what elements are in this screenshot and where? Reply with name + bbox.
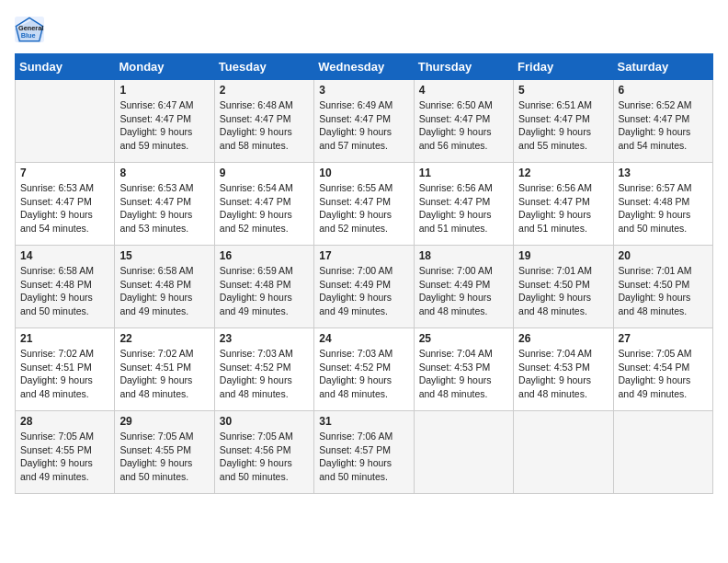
calendar-week-1: 1Sunrise: 6:47 AMSunset: 4:47 PMDaylight… <box>16 80 713 163</box>
calendar-cell: 12Sunrise: 6:56 AMSunset: 4:47 PMDayligh… <box>514 163 613 246</box>
calendar-cell <box>613 411 712 494</box>
page-header: General Blue <box>15 15 713 44</box>
day-number: 20 <box>619 249 708 262</box>
day-number: 26 <box>518 332 608 345</box>
calendar-cell: 5Sunrise: 6:51 AMSunset: 4:47 PMDaylight… <box>514 80 613 163</box>
calendar-cell: 23Sunrise: 7:03 AMSunset: 4:52 PMDayligh… <box>214 328 313 411</box>
day-number: 15 <box>119 249 209 262</box>
cell-info: Sunrise: 6:57 AMSunset: 4:48 PMDaylight:… <box>619 181 708 236</box>
cell-info: Sunrise: 6:49 AMSunset: 4:47 PMDaylight:… <box>319 98 408 153</box>
calendar-cell: 7Sunrise: 6:53 AMSunset: 4:47 PMDaylight… <box>16 163 115 246</box>
cell-info: Sunrise: 6:55 AMSunset: 4:47 PMDaylight:… <box>319 181 408 236</box>
cell-info: Sunrise: 7:05 AMSunset: 4:56 PMDaylight:… <box>220 430 309 484</box>
header-monday: Monday <box>115 54 214 80</box>
svg-text:Blue: Blue <box>21 31 36 40</box>
calendar-cell: 6Sunrise: 6:52 AMSunset: 4:47 PMDaylight… <box>613 80 712 163</box>
cell-info: Sunrise: 6:56 AMSunset: 4:47 PMDaylight:… <box>518 181 608 236</box>
header-wednesday: Wednesday <box>314 54 414 80</box>
cell-info: Sunrise: 6:47 AMSunset: 4:47 PMDaylight:… <box>119 98 209 153</box>
cell-info: Sunrise: 6:52 AMSunset: 4:47 PMDaylight:… <box>619 98 708 153</box>
header-sunday: Sunday <box>16 54 115 80</box>
calendar-cell: 17Sunrise: 7:00 AMSunset: 4:49 PMDayligh… <box>314 246 414 328</box>
calendar-cell: 15Sunrise: 6:58 AMSunset: 4:48 PMDayligh… <box>115 246 214 328</box>
calendar-cell: 9Sunrise: 6:54 AMSunset: 4:47 PMDaylight… <box>214 163 313 246</box>
day-number: 29 <box>119 415 209 428</box>
calendar-cell: 11Sunrise: 6:56 AMSunset: 4:47 PMDayligh… <box>414 163 513 246</box>
cell-info: Sunrise: 7:05 AMSunset: 4:54 PMDaylight:… <box>619 347 708 401</box>
day-number: 31 <box>319 415 408 428</box>
cell-info: Sunrise: 6:58 AMSunset: 4:48 PMDaylight:… <box>119 264 209 318</box>
calendar-cell: 28Sunrise: 7:05 AMSunset: 4:55 PMDayligh… <box>16 411 115 494</box>
calendar-week-3: 14Sunrise: 6:58 AMSunset: 4:48 PMDayligh… <box>16 246 713 328</box>
day-number: 1 <box>119 84 209 97</box>
cell-info: Sunrise: 7:05 AMSunset: 4:55 PMDaylight:… <box>20 430 109 484</box>
calendar-cell: 13Sunrise: 6:57 AMSunset: 4:48 PMDayligh… <box>613 163 712 246</box>
cell-info: Sunrise: 7:04 AMSunset: 4:53 PMDaylight:… <box>419 347 508 401</box>
day-number: 4 <box>419 84 508 97</box>
day-number: 23 <box>220 332 309 345</box>
calendar-cell: 18Sunrise: 7:00 AMSunset: 4:49 PMDayligh… <box>414 246 513 328</box>
cell-info: Sunrise: 7:02 AMSunset: 4:51 PMDaylight:… <box>119 347 209 401</box>
day-number: 2 <box>220 84 309 97</box>
cell-info: Sunrise: 7:03 AMSunset: 4:52 PMDaylight:… <box>319 347 408 401</box>
cell-info: Sunrise: 7:04 AMSunset: 4:53 PMDaylight:… <box>518 347 608 401</box>
day-number: 27 <box>619 332 708 345</box>
day-number: 8 <box>119 167 209 179</box>
cell-info: Sunrise: 6:56 AMSunset: 4:47 PMDaylight:… <box>419 181 508 236</box>
calendar-cell <box>514 411 613 494</box>
cell-info: Sunrise: 7:01 AMSunset: 4:50 PMDaylight:… <box>619 264 708 318</box>
header-tuesday: Tuesday <box>214 54 313 80</box>
calendar-cell: 2Sunrise: 6:48 AMSunset: 4:47 PMDaylight… <box>214 80 313 163</box>
calendar-week-4: 21Sunrise: 7:02 AMSunset: 4:51 PMDayligh… <box>16 328 713 411</box>
cell-info: Sunrise: 6:53 AMSunset: 4:47 PMDaylight:… <box>119 181 209 236</box>
calendar-cell <box>16 80 115 163</box>
calendar-cell: 21Sunrise: 7:02 AMSunset: 4:51 PMDayligh… <box>16 328 115 411</box>
cell-info: Sunrise: 7:00 AMSunset: 4:49 PMDaylight:… <box>419 264 508 318</box>
calendar-week-2: 7Sunrise: 6:53 AMSunset: 4:47 PMDaylight… <box>16 163 713 246</box>
cell-info: Sunrise: 6:48 AMSunset: 4:47 PMDaylight:… <box>220 98 309 153</box>
day-number: 17 <box>319 249 408 262</box>
day-number: 22 <box>119 332 209 345</box>
calendar-cell <box>414 411 513 494</box>
day-number: 5 <box>518 84 608 97</box>
calendar-cell: 16Sunrise: 6:59 AMSunset: 4:48 PMDayligh… <box>214 246 313 328</box>
calendar-cell: 3Sunrise: 6:49 AMSunset: 4:47 PMDaylight… <box>314 80 414 163</box>
calendar-table: SundayMondayTuesdayWednesdayThursdayFrid… <box>15 53 713 494</box>
day-number: 16 <box>220 249 309 262</box>
calendar-cell: 29Sunrise: 7:05 AMSunset: 4:55 PMDayligh… <box>115 411 214 494</box>
day-number: 3 <box>319 84 408 97</box>
cell-info: Sunrise: 7:02 AMSunset: 4:51 PMDaylight:… <box>20 347 109 401</box>
calendar-cell: 27Sunrise: 7:05 AMSunset: 4:54 PMDayligh… <box>613 328 712 411</box>
calendar-cell: 8Sunrise: 6:53 AMSunset: 4:47 PMDaylight… <box>115 163 214 246</box>
day-number: 13 <box>619 167 708 179</box>
day-number: 30 <box>220 415 309 428</box>
calendar-cell: 14Sunrise: 6:58 AMSunset: 4:48 PMDayligh… <box>16 246 115 328</box>
calendar-cell: 25Sunrise: 7:04 AMSunset: 4:53 PMDayligh… <box>414 328 513 411</box>
cell-info: Sunrise: 6:50 AMSunset: 4:47 PMDaylight:… <box>419 98 508 153</box>
cell-info: Sunrise: 7:01 AMSunset: 4:50 PMDaylight:… <box>518 264 608 318</box>
day-number: 9 <box>220 167 309 179</box>
day-number: 12 <box>518 167 608 179</box>
cell-info: Sunrise: 7:05 AMSunset: 4:55 PMDaylight:… <box>119 430 209 484</box>
calendar-cell: 4Sunrise: 6:50 AMSunset: 4:47 PMDaylight… <box>414 80 513 163</box>
cell-info: Sunrise: 6:54 AMSunset: 4:47 PMDaylight:… <box>220 181 309 236</box>
header-friday: Friday <box>514 54 613 80</box>
cell-info: Sunrise: 7:06 AMSunset: 4:57 PMDaylight:… <box>319 430 408 484</box>
calendar-header-row: SundayMondayTuesdayWednesdayThursdayFrid… <box>16 54 713 80</box>
day-number: 19 <box>518 249 608 262</box>
day-number: 21 <box>20 332 109 345</box>
logo: General Blue <box>15 15 50 44</box>
calendar-cell: 1Sunrise: 6:47 AMSunset: 4:47 PMDaylight… <box>115 80 214 163</box>
calendar-cell: 10Sunrise: 6:55 AMSunset: 4:47 PMDayligh… <box>314 163 414 246</box>
day-number: 10 <box>319 167 408 179</box>
day-number: 7 <box>20 167 109 179</box>
calendar-cell: 19Sunrise: 7:01 AMSunset: 4:50 PMDayligh… <box>514 246 613 328</box>
calendar-cell: 30Sunrise: 7:05 AMSunset: 4:56 PMDayligh… <box>214 411 313 494</box>
calendar-cell: 22Sunrise: 7:02 AMSunset: 4:51 PMDayligh… <box>115 328 214 411</box>
header-thursday: Thursday <box>414 54 513 80</box>
cell-info: Sunrise: 6:53 AMSunset: 4:47 PMDaylight:… <box>20 181 109 236</box>
day-number: 14 <box>20 249 109 262</box>
cell-info: Sunrise: 7:03 AMSunset: 4:52 PMDaylight:… <box>220 347 309 401</box>
day-number: 6 <box>619 84 708 97</box>
day-number: 24 <box>319 332 408 345</box>
